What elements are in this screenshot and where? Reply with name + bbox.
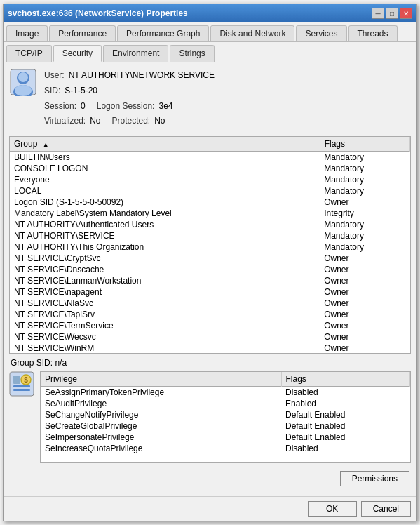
- table-row[interactable]: NT SERVICE\NlaSvcOwner: [10, 298, 410, 309]
- ok-button[interactable]: OK: [308, 501, 357, 517]
- group-flags: Mandatory: [320, 163, 409, 174]
- group-col-header[interactable]: Group ▲: [10, 137, 320, 152]
- protected-label: Protected:: [112, 114, 151, 129]
- privilege-icon: $: [9, 371, 34, 397]
- table-row[interactable]: NT AUTHORITY\This OrganizationMandatory: [10, 241, 410, 253]
- tab-services[interactable]: Services: [296, 25, 346, 41]
- table-row[interactable]: NT SERVICE\TermServiceOwner: [10, 320, 410, 331]
- tab-image[interactable]: Image: [6, 25, 48, 41]
- group-flags: Mandatory: [320, 241, 409, 253]
- table-row[interactable]: NT AUTHORITY\SERVICEMandatory: [10, 230, 410, 241]
- svg-rect-6: [13, 376, 20, 384]
- group-flags: Owner: [320, 286, 409, 298]
- privilege-flags: Enabled: [281, 398, 410, 409]
- group-name: NT SERVICE\NlaSvc: [10, 298, 320, 309]
- table-row[interactable]: SeChangeNotifyPrivilegeDefault Enabled: [41, 409, 410, 420]
- groups-table-container[interactable]: Group ▲ Flags BUILTIN\UsersMandatoryCONS…: [9, 136, 411, 354]
- group-sid-value: n/a: [55, 358, 67, 368]
- table-row[interactable]: NT SERVICE\TapiSrvOwner: [10, 309, 410, 320]
- group-flags: Mandatory: [320, 219, 409, 230]
- flags-col-header[interactable]: Flags: [320, 137, 409, 152]
- table-row[interactable]: NT AUTHORITY\Authenticated UsersMandator…: [10, 219, 410, 230]
- close-button[interactable]: ✕: [400, 8, 412, 19]
- groups-table: Group ▲ Flags BUILTIN\UsersMandatoryCONS…: [10, 137, 410, 354]
- table-row[interactable]: LOCALMandatory: [10, 185, 410, 197]
- table-row[interactable]: NT SERVICE\DnscacheOwner: [10, 264, 410, 275]
- privilege-flags: Default Enabled: [281, 409, 410, 420]
- group-flags: Mandatory: [320, 230, 409, 241]
- group-name: NT SERVICE\WinRM: [10, 343, 320, 354]
- table-row[interactable]: NT SERVICE\LanmanWorkstationOwner: [10, 275, 410, 286]
- tab-tcpip[interactable]: TCP/IP: [6, 45, 52, 62]
- group-name: BUILTIN\Users: [10, 151, 320, 163]
- privilege-flags: Disabled: [281, 443, 410, 454]
- privilege-col-header[interactable]: Privilege: [41, 372, 281, 387]
- group-name: LOCAL: [10, 185, 320, 197]
- group-flags: Owner: [320, 275, 409, 286]
- tab-disk-network[interactable]: Disk and Network: [210, 25, 294, 41]
- privilege-flags: Disabled: [281, 386, 410, 398]
- user-details: User: NT AUTHORITY\NETWORK SERVICE SID: …: [44, 68, 215, 128]
- table-row[interactable]: SeIncreaseQuotaPrivilegeDisabled: [41, 443, 410, 454]
- privilege-flags: Default Enabled: [281, 432, 410, 443]
- logon-session-value: 3e4: [158, 99, 172, 114]
- cancel-button[interactable]: Cancel: [361, 501, 411, 517]
- table-row[interactable]: NT SERVICE\WecsvcOwner: [10, 331, 410, 343]
- group-name: NT SERVICE\Wecsvc: [10, 331, 320, 343]
- table-row[interactable]: Logon SID (S-1-5-5-0-50092)Owner: [10, 197, 410, 208]
- table-row[interactable]: EveryoneMandatory: [10, 174, 410, 185]
- group-name: NT SERVICE\Dnscache: [10, 264, 320, 275]
- tab-performance[interactable]: Performance: [49, 25, 116, 41]
- logon-session-label: Logon Session:: [97, 99, 155, 114]
- virtualized-value: No: [90, 114, 100, 129]
- ok-cancel-row: OK Cancel: [4, 496, 416, 521]
- user-icon: [9, 68, 37, 96]
- group-flags: Owner: [320, 331, 409, 343]
- table-row[interactable]: Mandatory Label\System Mandatory LevelIn…: [10, 208, 410, 219]
- group-flags: Owner: [320, 197, 409, 208]
- group-sid-label: Group SID:: [11, 358, 53, 368]
- table-row[interactable]: NT SERVICE\napagentOwner: [10, 286, 410, 298]
- privileges-table-container[interactable]: Privilege Flags SeAssignPrimaryTokenPriv…: [40, 371, 411, 463]
- table-row[interactable]: BUILTIN\UsersMandatory: [10, 151, 410, 163]
- session-label: Session:: [44, 99, 76, 114]
- restore-button[interactable]: □: [386, 8, 398, 19]
- privilege-flags: Default Enabled: [281, 420, 410, 432]
- group-flags: Integrity: [320, 208, 409, 219]
- group-name: NT SERVICE\napagent: [10, 286, 320, 298]
- svg-rect-5: [10, 372, 34, 396]
- group-name: Everyone: [10, 174, 320, 185]
- svg-point-3: [18, 72, 28, 82]
- tab-security[interactable]: Security: [53, 45, 102, 62]
- table-row[interactable]: NT SERVICE\WinRMOwner: [10, 343, 410, 354]
- privileges-table: Privilege Flags SeAssignPrimaryTokenPriv…: [41, 372, 410, 454]
- tab-environment[interactable]: Environment: [103, 45, 168, 62]
- privilege-flags-col-header[interactable]: Flags: [281, 372, 410, 387]
- permissions-button[interactable]: Permissions: [340, 471, 409, 486]
- group-flags: Owner: [320, 298, 409, 309]
- privilege-name: SeCreateGlobalPrivilege: [41, 420, 281, 432]
- group-name: NT AUTHORITY\Authenticated Users: [10, 219, 320, 230]
- table-row[interactable]: SeAuditPrivilegeEnabled: [41, 398, 410, 409]
- protected-value: No: [154, 114, 165, 129]
- table-row[interactable]: NT SERVICE\CryptSvcOwner: [10, 253, 410, 264]
- table-row[interactable]: CONSOLE LOGONMandatory: [10, 163, 410, 174]
- virtualized-label: Virtualized:: [44, 114, 86, 129]
- tab-threads[interactable]: Threads: [348, 25, 398, 41]
- tab-performance-graph[interactable]: Performance Graph: [117, 25, 209, 41]
- svg-point-4: [15, 85, 32, 96]
- table-row[interactable]: SeCreateGlobalPrivilegeDefault Enabled: [41, 420, 410, 432]
- svg-text:$: $: [24, 376, 28, 384]
- title-bar: svchost.exe:636 (NetworkService) Propert…: [4, 4, 416, 22]
- group-flags: Owner: [320, 343, 409, 354]
- group-flags: Mandatory: [320, 174, 409, 185]
- table-row[interactable]: SeImpersonatePrivilegeDefault Enabled: [41, 432, 410, 443]
- user-value: NT AUTHORITY\NETWORK SERVICE: [69, 68, 215, 84]
- title-bar-buttons: ─ □ ✕: [372, 8, 412, 19]
- tab-strings[interactable]: Strings: [170, 45, 214, 62]
- group-name: NT SERVICE\TapiSrv: [10, 309, 320, 320]
- table-row[interactable]: SeAssignPrimaryTokenPrivilegeDisabled: [41, 386, 410, 398]
- groups-table-body: BUILTIN\UsersMandatoryCONSOLE LOGONManda…: [10, 151, 410, 354]
- privileges-table-wrap: Privilege Flags SeAssignPrimaryTokenPriv…: [40, 371, 411, 467]
- minimize-button[interactable]: ─: [372, 8, 384, 19]
